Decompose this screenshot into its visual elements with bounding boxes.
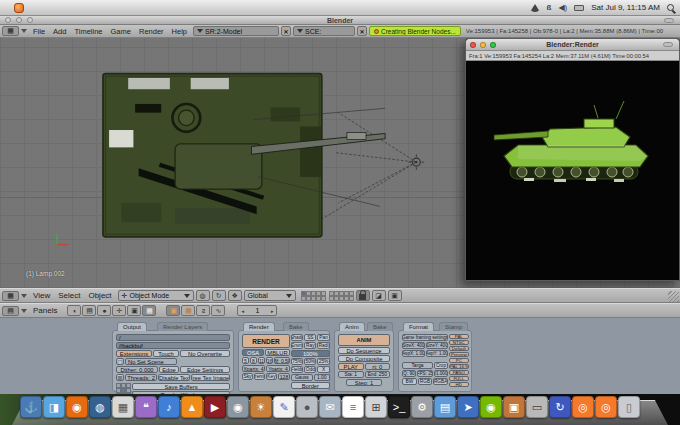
tank-hull[interactable] — [103, 74, 322, 237]
render-feature-toggle[interactable]: Ray — [304, 342, 316, 349]
header-collapse-icon[interactable] — [21, 294, 27, 298]
calculator-icon[interactable]: ⊞ — [365, 396, 387, 418]
context-scene-button[interactable]: ▦ — [142, 305, 156, 316]
alpha-mode-toggle[interactable]: Premul — [254, 373, 265, 380]
filter-menu[interactable]: Gauss — [291, 374, 313, 381]
manipulator-button[interactable]: ❖ — [228, 290, 242, 301]
viewport-menu-item[interactable]: Object — [84, 291, 115, 300]
tab-stamp[interactable]: Stamp — [439, 322, 468, 331]
blur-factor-field[interactable]: Bf: 0.50 — [274, 357, 290, 364]
tab-format[interactable]: Format — [403, 322, 434, 331]
viewport-menu-item[interactable]: View — [29, 291, 54, 300]
edge-toggle[interactable]: Edge — [159, 366, 179, 373]
orange-box-icon[interactable]: ▣ — [503, 396, 525, 418]
screen-selector[interactable]: SR:2-Model — [193, 26, 279, 36]
tab-output[interactable]: Output — [117, 322, 147, 331]
layer-toggle[interactable] — [349, 296, 354, 301]
lamp-object[interactable] — [409, 154, 425, 170]
printer-icon[interactable]: ▭ — [526, 396, 548, 418]
photo-app-icon[interactable]: ◉ — [227, 396, 249, 418]
header-menu-item[interactable]: Timeline — [70, 27, 106, 36]
format-preset-button[interactable]: PANO — [449, 370, 469, 375]
render-feature-toggle[interactable]: Pan — [317, 334, 329, 341]
game-framing-button[interactable]: Game framing settings — [402, 334, 448, 341]
editor-type-button[interactable]: ▤ — [2, 306, 19, 316]
scene-clear-button[interactable]: ✕ — [357, 26, 367, 36]
touch-toggle[interactable]: Touch — [153, 350, 179, 357]
render-feature-toggle[interactable]: Radi — [317, 342, 329, 349]
size-preset-button[interactable]: 50% — [304, 358, 316, 365]
fields-toggle[interactable]: X — [317, 366, 329, 373]
fps-base-field[interactable]: /1.000 — [434, 370, 448, 377]
do-sequence-toggle[interactable]: Do Sequence — [338, 347, 390, 354]
layer-toggle[interactable] — [321, 296, 326, 301]
asp-y-field[interactable]: AspY: 1.00 — [426, 350, 449, 357]
file-format-menu[interactable]: Targa — [402, 362, 433, 369]
format-preset-button[interactable]: PAL 16:9 — [449, 364, 469, 369]
tab-render-layers[interactable]: Render Layers — [157, 322, 208, 331]
frame-stepper[interactable]: ◂ 1 ▸ — [237, 305, 277, 316]
camera-app-icon[interactable]: ● — [296, 396, 318, 418]
nvidia-icon[interactable]: ◉ — [480, 396, 502, 418]
pivot-button[interactable]: ↻ — [212, 290, 226, 301]
panels-menu[interactable]: Panels — [29, 306, 61, 315]
context-logic-button[interactable]: ◖ — [67, 305, 81, 316]
terminal-icon[interactable]: >_ — [388, 396, 410, 418]
subcontext-render-button[interactable]: ▣ — [166, 305, 180, 316]
render-feature-toggle[interactable]: SS — [304, 334, 316, 341]
fields-toggle[interactable]: Fields — [291, 366, 303, 373]
mblur-toggle[interactable]: MBLUR — [265, 349, 290, 356]
no-overwrite-toggle[interactable]: No Overwrite — [180, 350, 230, 357]
size-x-field[interactable]: SizeX: 400 — [402, 342, 425, 349]
fields-toggle[interactable]: Odd — [304, 366, 316, 373]
alpha-mode-toggle[interactable]: Sky — [242, 373, 253, 380]
frame-value[interactable]: 1 — [256, 307, 260, 314]
header-collapse-icon[interactable] — [21, 309, 27, 313]
volume-icon[interactable]: ◀) — [558, 3, 567, 12]
format-preset-button[interactable]: PC — [449, 358, 469, 363]
textedit-icon[interactable]: ≡ — [342, 396, 364, 418]
frame-prev-icon[interactable]: ◂ — [241, 308, 244, 314]
browser-globe-icon[interactable]: ◍ — [89, 396, 111, 418]
start-frame-field[interactable]: Sta: 1 — [338, 371, 364, 378]
draw-mode-button[interactable]: ◍ — [196, 290, 210, 301]
context-shading-button[interactable]: ● — [97, 305, 111, 316]
blender-app-menu-icon[interactable] — [14, 3, 24, 13]
render-button[interactable]: RENDER — [242, 334, 290, 348]
system-preferences-icon[interactable]: ⚙ — [411, 396, 433, 418]
blue-swirl-icon[interactable]: ↻ — [549, 396, 571, 418]
render-window[interactable]: Blender:Render Fra:1 Ve:159953 Fa:145254… — [465, 38, 680, 281]
editor-type-button[interactable]: ▦ — [2, 291, 19, 301]
threads-field[interactable]: Threads: 2 — [125, 374, 157, 381]
border-toggle[interactable]: Border — [291, 382, 330, 389]
osa-value-button[interactable]: 5 — [242, 357, 249, 364]
extensions-toggle[interactable]: Extensions — [116, 350, 152, 357]
editor-type-button[interactable]: ▦ — [2, 26, 19, 36]
render-preview-button[interactable]: ◪ — [372, 290, 386, 301]
yparts-field[interactable]: Yparts: 4 — [266, 365, 290, 372]
osa-value-button[interactable]: 16 — [266, 357, 273, 364]
header-menu-item[interactable]: File — [29, 27, 49, 36]
spotlight-icon[interactable] — [667, 4, 674, 11]
resize-grip[interactable] — [668, 291, 679, 302]
header-menu-item[interactable]: Add — [49, 27, 70, 36]
viewport-menu-item[interactable]: Select — [54, 291, 84, 300]
alpha-mode-toggle[interactable]: Key — [266, 373, 277, 380]
disable-tex-toggle[interactable]: Disable Tex — [158, 374, 190, 381]
octree-menu[interactable]: 128 — [278, 373, 290, 380]
free-tex-toggle[interactable]: Free Tex Images — [191, 374, 230, 381]
mode-selector[interactable]: ✛ Object Mode — [118, 290, 194, 301]
blender-window-titlebar[interactable]: Blender — [0, 16, 680, 25]
render-path-field[interactable]: / — [116, 334, 230, 341]
render-border-button[interactable]: ▣ — [388, 290, 402, 301]
color-mode-toggle[interactable]: RGBA — [433, 378, 448, 385]
end-frame-field[interactable]: End: 250 — [365, 371, 391, 378]
crop-toggle[interactable]: Crop — [434, 362, 448, 369]
firefox-icon[interactable]: ◉ — [66, 396, 88, 418]
format-preset-button[interactable]: NTSC — [449, 340, 469, 345]
feather-app-icon[interactable]: ✎ — [273, 396, 295, 418]
toolbar-lozenge[interactable] — [664, 18, 674, 23]
step-field[interactable]: Step: 1 — [346, 379, 382, 386]
edge-settings-button[interactable]: Edge Settings — [180, 366, 230, 373]
backbuf-field[interactable]: //backbuf — [116, 342, 230, 349]
